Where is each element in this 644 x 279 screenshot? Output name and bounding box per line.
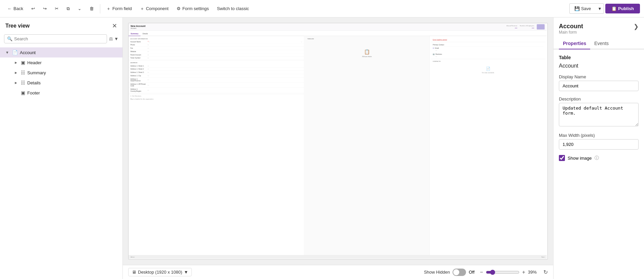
plus-icon2: ＋ xyxy=(140,6,144,12)
rp-max-width-input[interactable] xyxy=(559,139,639,150)
fp-business-label: Business xyxy=(436,53,442,55)
add-form-field-button[interactable]: ＋ Form field xyxy=(103,4,135,14)
fp-form-body: ACCOUNT INFORMATION Account Name * --- ·… xyxy=(129,36,547,257)
back-icon: ← xyxy=(7,6,12,11)
fp-email-row: ✉ Email xyxy=(433,47,543,50)
save-button[interactable]: 💾 Save xyxy=(569,3,596,14)
fp-business-val: --- xyxy=(433,56,543,57)
rp-show-image-checkbox[interactable] xyxy=(559,155,565,161)
rp-description-textarea[interactable] xyxy=(559,103,639,126)
fp-section-address: ADDRESS xyxy=(129,61,304,64)
fp-column3: Error loading control Primary Contact ✉ … xyxy=(430,36,547,257)
fp-error-link[interactable]: Error loading control xyxy=(433,39,447,40)
tree-item-summary[interactable]: ► ☷ Summary xyxy=(14,68,122,78)
fp-stat-employees: Number of Employees — xyxy=(520,25,534,29)
fp-email-label: Email xyxy=(435,47,439,49)
add-component-button[interactable]: ＋ Component xyxy=(137,4,172,14)
fp-field-street3-val: --- xyxy=(147,72,302,73)
tree-item-header-label: Header xyxy=(27,60,118,65)
chevron-down-icon: ▼ xyxy=(114,36,118,41)
rp-tab-events[interactable]: Events xyxy=(590,38,613,49)
fp-section-account-info: ACCOUNT INFORMATION xyxy=(129,37,304,40)
divider1 xyxy=(100,4,100,13)
plus-icon: ＋ xyxy=(106,6,111,12)
fp-field-phone: Phone --- xyxy=(129,43,304,47)
toggle-state-label: Off xyxy=(469,270,474,275)
fp-field-fax-label: Fax xyxy=(130,47,147,49)
chevron-right-icon3: ► xyxy=(14,81,19,85)
fp-field-country: Address 1: Country/Region --- xyxy=(129,88,304,93)
fp-field-city-label: Address 1: City xyxy=(130,75,147,77)
rp-table-value: Account xyxy=(559,63,639,69)
fp-field-zip-val: --- xyxy=(147,84,302,86)
fp-field-state-label: Address 1: State/Province xyxy=(130,78,147,82)
fp-stat-revenue: Annual Revenue — xyxy=(507,25,517,29)
chevron-right-icon2: ► xyxy=(14,71,19,75)
fp-field-account-name: Account Name * --- ··· xyxy=(129,40,304,43)
fp-field-fax-val: --- xyxy=(147,47,302,49)
zoom-level: 39% xyxy=(528,270,541,275)
switch-classic-button[interactable]: Switch to classic xyxy=(214,4,252,13)
more-button[interactable]: ⌄ xyxy=(74,4,85,13)
toolbar-right: 💾 Save ▼ 📋 Publish xyxy=(569,3,640,14)
fp-column2: Timeline 📋 Almost there xyxy=(304,36,430,257)
bottom-bar: 🖥 Desktop (1920 x 1080) ▼ Show Hidden Of… xyxy=(123,265,553,279)
fp-contacts-label: CONTACTS xyxy=(431,60,545,63)
rp-description-label: Description xyxy=(559,96,639,102)
form-preview: New Account Account Annual Revenue — Num… xyxy=(128,23,548,260)
back-button[interactable]: ← Back xyxy=(4,4,27,13)
desktop-selector[interactable]: 🖥 Desktop (1920 x 1080) ▼ xyxy=(128,268,192,276)
save-icon: 💾 xyxy=(574,6,581,11)
tree-item-footer-label: Footer xyxy=(27,90,118,95)
save-dropdown-button[interactable]: ▼ xyxy=(596,3,604,14)
fp-footer-bar: Active Save xyxy=(129,255,547,259)
zoom-plus-button[interactable]: + xyxy=(522,269,525,275)
fp-field-fax: Fax --- xyxy=(129,47,304,50)
rp-tab-properties[interactable]: Properties xyxy=(559,38,590,49)
delete-icon: 🗑 xyxy=(90,6,94,11)
fp-email-val: --- xyxy=(433,50,543,51)
grid-icon: ☷ xyxy=(21,70,25,75)
search-input-wrap[interactable]: 🔍 xyxy=(4,34,107,43)
zoom-minus-button[interactable]: − xyxy=(480,269,483,275)
tree-item-footer[interactable]: ► ▣ Footer xyxy=(14,88,122,98)
cut-button[interactable]: ✂ xyxy=(51,4,62,13)
delete-button[interactable]: 🗑 xyxy=(86,4,97,13)
tree-item-details[interactable]: ► ☷ Details xyxy=(14,78,122,88)
form-settings-label: Form settings xyxy=(182,6,209,11)
rp-display-name-input[interactable] xyxy=(559,81,639,91)
tree-item-account[interactable]: ▼ 📄 Account xyxy=(0,47,122,57)
chevron-right-icon: ► xyxy=(14,61,19,65)
refresh-button[interactable]: ↻ xyxy=(543,269,548,275)
email-icon: ✉ xyxy=(433,47,434,49)
fp-column1: ACCOUNT INFORMATION Account Name * --- ·… xyxy=(129,36,304,257)
form-field-label: Form field xyxy=(112,6,132,11)
hidden-toggle[interactable] xyxy=(453,269,466,276)
search-input[interactable] xyxy=(14,36,104,41)
toolbar: ← Back ↩ ↪ ✂ ⧉ ⌄ 🗑 ＋ Form field ＋ Compon… xyxy=(0,0,644,17)
fp-stat-revenue-val: — xyxy=(515,26,517,29)
fp-status-badge: Active xyxy=(131,256,135,258)
fp-field-zip-label: Address 1: ZIP/Postal Code xyxy=(130,83,147,87)
section-icon2: ▣ xyxy=(21,90,25,95)
form-settings-button[interactable]: ⚙ Form settings xyxy=(173,4,212,13)
rp-max-width-label: Max Width (pixels) xyxy=(559,133,639,138)
main-content: Tree view ✕ 🔍 ⚖ ▼ ▼ 📄 Account ► xyxy=(0,17,644,279)
zoom-slider[interactable] xyxy=(486,270,520,275)
redo-button[interactable]: ↪ xyxy=(40,4,50,13)
rp-expand-button[interactable]: ❯ xyxy=(634,23,639,30)
section-icon: ▣ xyxy=(21,60,25,65)
tree-item-details-label: Details xyxy=(27,80,118,85)
undo-button[interactable]: ↩ xyxy=(28,4,38,13)
copy-button[interactable]: ⧉ xyxy=(63,4,73,13)
publish-button[interactable]: 📋 Publish xyxy=(605,4,640,13)
tree-item-header[interactable]: ► ▣ Header xyxy=(14,57,122,68)
filter-button[interactable]: ⚖ ▼ xyxy=(109,36,118,41)
fp-field-street2: Address 1: Street 2 --- xyxy=(129,68,304,71)
rp-info-icon[interactable]: ⓘ xyxy=(595,155,599,161)
sidebar-close-button[interactable]: ✕ xyxy=(112,22,117,30)
fp-tab-details[interactable]: Details xyxy=(141,32,150,36)
fp-field-phone-val: --- xyxy=(147,44,302,46)
fp-field-account-name-label: Account Name xyxy=(130,41,147,42)
fp-tab-summary[interactable]: Summary xyxy=(129,32,141,36)
